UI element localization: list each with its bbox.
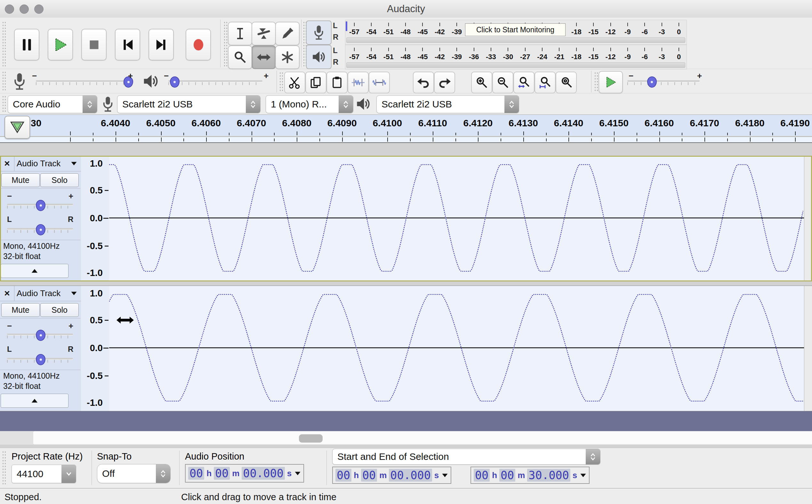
copy-button[interactable] xyxy=(305,72,327,93)
selection-toolbar-grip[interactable] xyxy=(2,451,6,485)
meter-scale-label: -45 xyxy=(418,28,428,36)
time-digit-group[interactable]: 00 xyxy=(474,469,490,482)
selection-end-field[interactable]: 00h00m30.000s xyxy=(470,467,589,484)
silence-selection-button[interactable] xyxy=(369,72,390,93)
gain-slider[interactable] xyxy=(7,329,73,341)
pan-slider[interactable] xyxy=(7,224,73,235)
recording-device-dropdown[interactable]: Scarlett 2i2 USB xyxy=(117,95,261,113)
time-digit-group[interactable]: 00 xyxy=(361,469,377,482)
snap-to-dropdown[interactable]: Off xyxy=(97,464,170,483)
paste-button[interactable] xyxy=(327,72,348,93)
recording-meter[interactable]: Click to Start Monitoring -57-54-51-48-4… xyxy=(345,20,687,45)
skip-to-end-button[interactable] xyxy=(148,29,174,60)
horizontal-scrollbar-thumb[interactable] xyxy=(299,434,323,443)
redo-button[interactable] xyxy=(434,72,455,93)
time-digit-group[interactable]: 00 xyxy=(335,469,351,482)
time-field-menu-arrow-icon[interactable] xyxy=(295,471,301,476)
pan-slider[interactable] xyxy=(7,354,73,365)
slider-thumb[interactable] xyxy=(647,76,657,88)
device-toolbar-grip[interactable] xyxy=(2,95,6,113)
slider-thumb[interactable] xyxy=(170,76,179,88)
edit-toolbar-grip[interactable] xyxy=(279,72,283,91)
timeline-tick xyxy=(115,138,116,142)
audio-position-field[interactable]: 00h00m00.000s xyxy=(185,464,304,483)
time-unit-label: s xyxy=(287,469,292,478)
recording-channels-dropdown[interactable]: 1 (Mono) R... xyxy=(266,95,353,113)
zoom-out-button[interactable] xyxy=(492,72,513,93)
mixer-toolbar-grip[interactable] xyxy=(2,71,6,91)
zoom-toggle-button[interactable] xyxy=(556,72,577,93)
collapse-track-button[interactable] xyxy=(1,264,68,278)
time-digit-group[interactable]: 00.000 xyxy=(242,467,285,480)
zoom-tool-button[interactable] xyxy=(228,45,252,69)
track-2-waveform[interactable] xyxy=(109,286,804,411)
time-shift-tool-button[interactable] xyxy=(252,45,276,69)
selection-start-field[interactable]: 00h00m00.000s xyxy=(332,467,451,484)
record-meter-button[interactable] xyxy=(306,20,332,45)
time-digit-group[interactable]: 00 xyxy=(214,467,230,480)
timeline-main-band[interactable]: 306.40406.40506.40606.40706.40806.40906.… xyxy=(0,114,812,136)
track-area-scroll-lane[interactable] xyxy=(804,156,812,281)
track-title-menu[interactable]: Audio Track xyxy=(17,156,80,171)
tools-toolbar-grip[interactable] xyxy=(224,21,227,67)
slider-thumb[interactable] xyxy=(36,200,45,211)
cut-button[interactable] xyxy=(284,72,305,93)
close-track-icon[interactable]: × xyxy=(0,286,14,301)
time-digit-group[interactable]: 30.000 xyxy=(527,469,570,482)
solo-button[interactable]: Solo xyxy=(40,303,79,317)
envelope-tool-button[interactable] xyxy=(252,22,276,45)
trim-outside-selection-button[interactable] xyxy=(348,72,369,93)
mute-button[interactable]: Mute xyxy=(1,303,40,317)
collapse-track-button[interactable] xyxy=(1,394,68,408)
timeline-pin-button[interactable] xyxy=(4,116,30,139)
monitoring-tooltip[interactable]: Click to Start Monitoring xyxy=(465,23,565,36)
transport-toolbar-grip[interactable] xyxy=(2,21,6,67)
zoom-in-button[interactable] xyxy=(471,72,492,93)
close-track-icon[interactable]: × xyxy=(0,156,14,171)
play-at-speed-button[interactable] xyxy=(598,71,623,93)
play-button[interactable] xyxy=(48,29,73,60)
time-digit-group[interactable]: 00.000 xyxy=(389,469,432,482)
pause-button[interactable] xyxy=(14,29,39,60)
time-digit-group[interactable]: 00 xyxy=(188,467,204,480)
fit-project-button[interactable] xyxy=(534,72,556,93)
undo-button[interactable] xyxy=(413,72,434,93)
selection-mode-dropdown[interactable]: Start and End of Selection xyxy=(332,449,600,465)
playback-meter[interactable]: -57-54-51-48-45-42-39-36-33-30-27-24-21-… xyxy=(345,45,687,69)
track-area-scroll-lane[interactable] xyxy=(804,286,812,411)
gain-slider[interactable] xyxy=(7,200,73,211)
slider-thumb[interactable] xyxy=(36,224,45,235)
time-digit-group[interactable]: 00 xyxy=(499,469,515,482)
playback-device-dropdown[interactable]: Scarlett 2i2 USB xyxy=(376,95,519,113)
record-button[interactable] xyxy=(185,29,211,60)
timeline-tick-band[interactable] xyxy=(0,137,812,143)
multi-tool-button[interactable] xyxy=(275,45,300,69)
track-sliders-box: − + L R xyxy=(0,318,80,370)
project-rate-dropdown[interactable]: 44100 xyxy=(12,465,76,483)
empty-track-area[interactable] xyxy=(0,411,812,431)
horizontal-scrollbar[interactable] xyxy=(33,432,812,444)
selection-tool-button[interactable] xyxy=(228,22,252,45)
track-1-vertical-ruler[interactable]: 1.00.50.0-0.5-1.0 xyxy=(81,156,110,281)
stop-button[interactable] xyxy=(81,29,106,60)
mute-button[interactable]: Mute xyxy=(1,173,40,187)
fit-selection-button[interactable] xyxy=(513,72,534,93)
track-title-menu[interactable]: Audio Track xyxy=(17,286,80,301)
play-speed-slider[interactable] xyxy=(627,76,700,88)
track-2-vertical-ruler[interactable]: 1.00.50.0-0.5-1.0 xyxy=(81,286,110,411)
slider-thumb[interactable] xyxy=(36,354,45,365)
timeline-ruler[interactable]: 306.40406.40506.40606.40706.40806.40906.… xyxy=(0,114,812,143)
play-meter-button[interactable] xyxy=(306,45,332,69)
output-volume-slider[interactable] xyxy=(168,76,263,88)
toolbar-separator xyxy=(301,20,302,67)
time-field-menu-arrow-icon[interactable] xyxy=(580,473,586,477)
skip-to-start-button[interactable] xyxy=(115,29,140,60)
audio-host-dropdown[interactable]: Core Audio xyxy=(8,95,97,113)
track-1-waveform[interactable] xyxy=(109,156,804,281)
play-at-speed-toolbar-grip[interactable] xyxy=(594,72,598,91)
solo-button[interactable]: Solo xyxy=(40,173,79,187)
slider-thumb[interactable] xyxy=(36,330,45,341)
input-volume-slider[interactable] xyxy=(36,76,130,88)
draw-tool-button[interactable] xyxy=(275,22,300,45)
time-field-menu-arrow-icon[interactable] xyxy=(442,473,448,477)
